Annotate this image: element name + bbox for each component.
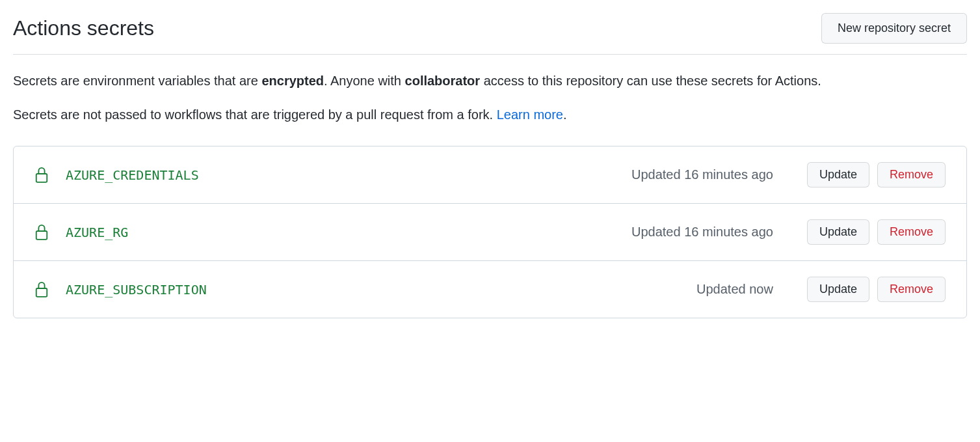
secret-updated: Updated now: [696, 282, 773, 297]
secret-updated: Updated 16 minutes ago: [631, 225, 773, 240]
secret-updated: Updated 16 minutes ago: [631, 167, 773, 182]
desc-text: .: [563, 107, 567, 122]
lock-icon: [34, 281, 49, 298]
secret-row: AZURE_SUBSCRIPTION Updated now Update Re…: [14, 261, 966, 318]
description-paragraph-1: Secrets are environment variables that a…: [13, 70, 967, 91]
desc-bold-encrypted: encrypted: [261, 74, 324, 88]
learn-more-link[interactable]: Learn more: [497, 107, 563, 122]
desc-text: Secrets are not passed to workflows that…: [13, 107, 497, 122]
secrets-list: AZURE_CREDENTIALS Updated 16 minutes ago…: [13, 146, 967, 318]
secret-row: AZURE_RG Updated 16 minutes ago Update R…: [14, 204, 966, 261]
secret-name[interactable]: AZURE_CREDENTIALS: [66, 167, 631, 183]
desc-text: . Anyone with: [324, 74, 405, 88]
svg-rect-1: [36, 230, 47, 239]
remove-button[interactable]: Remove: [877, 277, 946, 302]
lock-icon: [34, 224, 49, 241]
update-button[interactable]: Update: [807, 277, 869, 302]
secret-name[interactable]: AZURE_RG: [66, 225, 631, 240]
secret-row: AZURE_CREDENTIALS Updated 16 minutes ago…: [14, 146, 966, 204]
secret-name[interactable]: AZURE_SUBSCRIPTION: [66, 282, 696, 297]
description-paragraph-2: Secrets are not passed to workflows that…: [13, 104, 967, 125]
lock-icon: [34, 167, 49, 184]
desc-text: Secrets are environment variables that a…: [13, 74, 261, 88]
remove-button[interactable]: Remove: [877, 219, 946, 245]
svg-rect-0: [36, 173, 47, 182]
new-repository-secret-button[interactable]: New repository secret: [821, 13, 967, 44]
update-button[interactable]: Update: [807, 219, 869, 245]
update-button[interactable]: Update: [807, 162, 869, 187]
svg-rect-2: [36, 288, 47, 296]
desc-text: access to this repository can use these …: [480, 74, 821, 88]
page-title: Actions secrets: [13, 16, 154, 40]
desc-bold-collaborator: collaborator: [405, 74, 481, 88]
remove-button[interactable]: Remove: [877, 162, 946, 187]
